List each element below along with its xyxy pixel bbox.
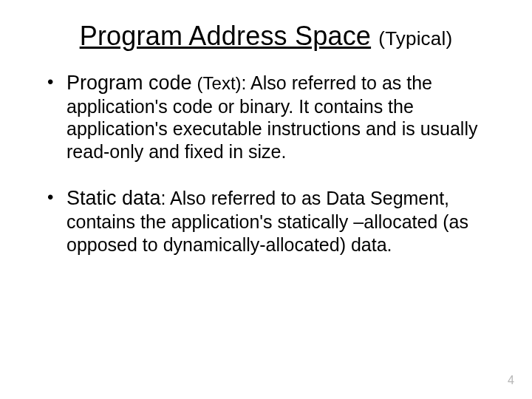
- slide-title: Program Address Space (Typical): [40, 21, 492, 52]
- bullet-list: Program code (Text): Also referred to as…: [43, 71, 492, 256]
- title-sub: (Typical): [378, 27, 452, 50]
- slide: Program Address Space (Typical) Program …: [0, 0, 532, 399]
- bullet-tag: (Text): [197, 73, 242, 93]
- bullet-item: Program code (Text): Also referred to as…: [43, 71, 492, 163]
- bullet-lead: Static data: [66, 187, 161, 209]
- title-main: Program Address Space: [80, 21, 371, 51]
- page-number: 4: [508, 374, 514, 387]
- bullet-lead: Program code: [66, 72, 192, 94]
- bullet-item: Static data: Also referred to as Data Se…: [43, 186, 492, 256]
